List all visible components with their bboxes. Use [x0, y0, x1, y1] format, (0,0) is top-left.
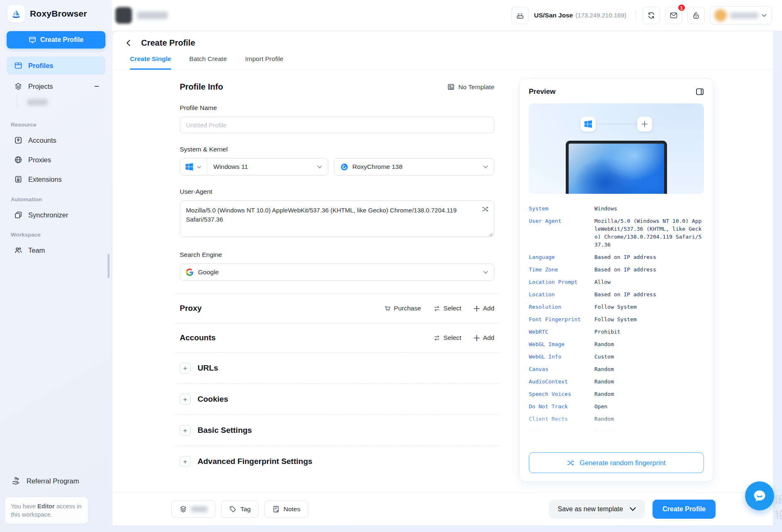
proxy-add-button[interactable]: Add	[474, 305, 494, 312]
kernel-select[interactable]: RoxyChrome 138	[334, 158, 494, 176]
sidebar-item-team[interactable]: Team	[7, 241, 105, 259]
expand-advanced-settings-button[interactable]: +	[180, 456, 191, 467]
fingerprint-row: WebRTCProhibit	[529, 328, 704, 336]
os-select-value: Windows 11	[207, 163, 317, 171]
collapse-panel-icon[interactable]	[696, 88, 704, 95]
page-title: Create Profile	[141, 38, 195, 48]
sidebar-item-label: Projects	[28, 83, 53, 90]
expand-basic-settings-button[interactable]: +	[180, 425, 191, 436]
expand-cookies-button[interactable]: +	[180, 394, 191, 405]
fingerprint-preview-card: Preview	[519, 78, 714, 482]
workspace-access-note: You have Editor access in this workspace…	[5, 497, 88, 524]
accounts-select-button[interactable]: Select	[433, 334, 461, 342]
fp-value: Based on IP address	[594, 253, 704, 261]
proxy-select-button[interactable]: Select	[433, 305, 461, 312]
sidebar-item-synchronizer[interactable]: Synchronizer	[7, 206, 105, 224]
user-agent-textarea[interactable]: Mozilla/5.0 (Windows NT 10.0) AppleWebKi…	[180, 200, 494, 237]
google-icon	[186, 268, 193, 276]
fp-value: Follow System	[594, 315, 704, 323]
workspace-chip[interactable]	[115, 7, 168, 24]
proxy-purchase-label: Purchase	[394, 305, 421, 312]
fp-label: Time Zone	[529, 266, 594, 273]
mail-icon	[670, 11, 678, 20]
fingerprint-row: CanvasRandom	[529, 365, 704, 373]
note-plus-icon	[272, 505, 280, 513]
page-header: Create Profile	[112, 31, 773, 48]
fp-value: Random	[594, 390, 704, 398]
network-proxy-button[interactable]	[511, 7, 529, 24]
sidebar-item-label: Accounts	[28, 137, 56, 144]
fp-label: WebGL Image	[529, 340, 594, 348]
os-node	[581, 117, 596, 132]
template-selector[interactable]: No Template	[447, 83, 494, 91]
layers-icon	[179, 505, 187, 513]
workspace-name-redacted	[137, 12, 168, 19]
plus-icon	[474, 305, 480, 312]
proxy-purchase-button[interactable]: Purchase	[384, 305, 421, 312]
edge-char: 滚	[774, 492, 782, 507]
tag-button-label: Tag	[240, 505, 251, 513]
support-chat-button[interactable]	[745, 481, 774, 510]
sidebar-item-projects[interactable]: Projects	[7, 77, 105, 95]
profile-name-input[interactable]	[180, 117, 494, 133]
profile-form: Profile Info No Template Profile Name Sy…	[180, 82, 494, 477]
create-profile-submit-button[interactable]: Create Profile	[652, 500, 716, 519]
tag-button[interactable]: Tag	[221, 500, 259, 518]
messages-button[interactable]: 1	[665, 7, 682, 24]
basic-settings-section: + Basic Settings	[180, 415, 494, 446]
fp-value: Open	[594, 403, 704, 410]
notes-button[interactable]: Notes	[264, 500, 308, 518]
app-logo-icon	[7, 5, 25, 22]
referral-program-link[interactable]: Referral Program	[12, 476, 79, 486]
create-profile-button[interactable]: Create Profile	[7, 31, 105, 49]
resize-handle[interactable]	[489, 232, 493, 237]
add-node-button[interactable]	[637, 117, 652, 132]
sidebar-item-label: Profiles	[28, 62, 54, 70]
chevron-down-icon	[483, 271, 488, 274]
search-engine-select[interactable]: Google	[180, 264, 494, 281]
device-preview-image	[566, 141, 667, 194]
chevron-down-icon	[762, 14, 767, 17]
sidebar-item-accounts[interactable]: Accounts	[7, 131, 105, 149]
sidebar: RoxyBrowser Create Profile Profiles Proj…	[0, 0, 112, 532]
sidebar-item-proxies[interactable]: Proxies	[7, 151, 105, 169]
refresh-button[interactable]	[643, 7, 660, 24]
fingerprint-row: Font FingerprintFollow System	[529, 315, 704, 323]
fp-value: Mozilla/5.0 (Windows NT 10.0) AppleWebKi…	[594, 217, 704, 249]
tab-batch-create[interactable]: Batch Create	[189, 55, 227, 70]
proxy-location-city: US/San Jose	[534, 12, 573, 19]
expand-urls-button[interactable]: +	[180, 363, 191, 373]
collapse-minus-icon[interactable]	[94, 83, 100, 89]
fp-value: Random	[594, 340, 704, 348]
os-select[interactable]: Windows 11	[180, 158, 328, 176]
swap-icon	[433, 305, 440, 312]
chevron-down-icon	[630, 507, 636, 511]
roxychrome-icon	[340, 163, 348, 171]
sidebar-scrollbar[interactable]	[108, 254, 110, 278]
back-button[interactable]	[125, 39, 132, 46]
fingerprint-row: LocationBased on IP address	[529, 290, 704, 298]
fingerprint-row: Time ZoneBased on IP address	[529, 266, 704, 273]
tab-create-single[interactable]: Create Single	[130, 55, 171, 70]
save-as-template-button[interactable]: Save as new template	[549, 500, 645, 519]
fp-label: System	[529, 205, 594, 212]
sidebar-item-label: Proxies	[28, 156, 51, 164]
os-icon-select[interactable]	[180, 159, 207, 175]
fp-value: Allow	[594, 278, 704, 286]
account-menu[interactable]	[710, 6, 772, 24]
project-sub-item[interactable]	[17, 95, 47, 110]
sidebar-item-profiles[interactable]: Profiles	[7, 56, 105, 75]
generate-random-fingerprint-button[interactable]: Generate random fingerprint	[529, 452, 704, 473]
shuffle-user-agent-button[interactable]	[482, 205, 489, 213]
accounts-safe-icon	[14, 136, 22, 144]
fingerprint-row: Speech VoicesRandom	[529, 390, 704, 398]
project-name-redacted	[27, 99, 47, 105]
notes-button-label: Notes	[283, 505, 301, 513]
sidebar-item-extensions[interactable]: Extensions	[7, 170, 105, 188]
tab-import-profile[interactable]: Import Profile	[245, 55, 283, 70]
fingerprint-row: Client RectsRandom	[529, 415, 704, 423]
shuffle-icon	[567, 459, 575, 467]
lock-button[interactable]	[687, 7, 705, 24]
project-select-button[interactable]	[171, 500, 215, 518]
accounts-add-button[interactable]: Add	[474, 334, 494, 342]
